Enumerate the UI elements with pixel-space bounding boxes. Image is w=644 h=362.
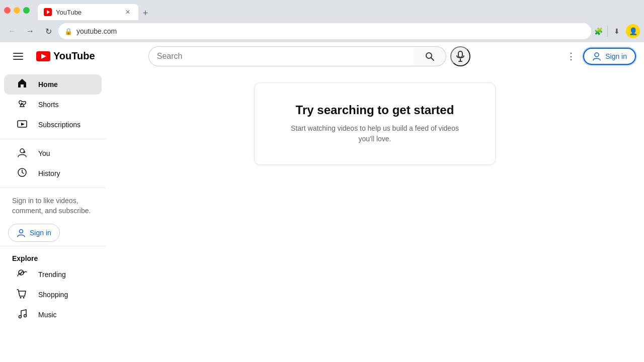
svg-marker-13 [21,123,25,126]
sidebar-shopping-label: Shopping [38,291,68,299]
yt-content: Home Shorts Subscripti [0,70,644,362]
sidebar-item-subscriptions[interactable]: Subscriptions [4,115,102,135]
sidebar-you-label: You [38,149,50,157]
sidebar-item-shorts[interactable]: Shorts [4,95,102,115]
tab-bar: YouTube ✕ + [38,0,640,20]
shopping-icon [16,288,28,302]
home-svg-icon [17,78,28,89]
sidebar-item-you[interactable]: You [4,143,102,163]
header-right: ⋮ Sign in [561,46,636,66]
tab-title-text: YouTube [56,9,82,16]
address-bar[interactable]: 🔒 youtube.com [58,23,591,39]
sidebar-item-trending[interactable]: Trending [4,264,102,285]
header-signin-button[interactable]: Sign in [583,48,636,65]
sidebar-signin-button[interactable]: Sign in [8,224,60,242]
search-icon [425,51,435,61]
svg-point-10 [595,53,599,57]
search-button[interactable] [414,46,446,66]
history-icon [16,167,28,180]
music-svg-icon [17,308,28,319]
search-input[interactable] [148,46,414,66]
close-window-button[interactable] [4,7,11,14]
shorts-svg-icon [17,98,28,109]
browser-titlebar: YouTube ✕ + [0,0,644,20]
yt-header: YouTube ⋮ [0,42,644,70]
svg-rect-2 [13,53,23,54]
trending-icon [16,268,28,282]
download-icon[interactable]: ⬇ [612,26,622,36]
subscriptions-icon [16,118,28,132]
sidebar-item-music[interactable]: Music [4,305,102,325]
sidebar: Home Shorts Subscripti [0,70,106,362]
tab-close-button[interactable]: ✕ [123,8,132,17]
search-container [148,46,470,66]
trending-svg-icon [17,268,28,279]
browser-tab[interactable]: YouTube ✕ [38,4,138,20]
signin-button-label: Sign in [605,52,627,60]
sidebar-signin-label: Sign in [30,229,51,237]
subscriptions-svg-icon [17,118,28,129]
yt-play-triangle [41,54,46,59]
get-started-title: Try searching to get started [285,103,465,117]
microphone-icon [456,51,465,62]
separator [607,26,608,37]
history-svg-icon [17,167,28,178]
voice-search-button[interactable] [450,46,470,66]
sidebar-subscriptions-label: Subscriptions [38,121,80,129]
you-icon [16,147,28,160]
menu-button[interactable] [8,46,28,66]
you-svg-icon [17,147,28,158]
hamburger-icon [13,53,23,60]
sidebar-item-home[interactable]: Home [4,74,102,95]
svg-rect-3 [13,56,23,57]
sidebar-divider-1 [0,139,106,139]
sidebar-history-label: History [38,169,60,177]
sidebar-signin-prompt: Sign in to like videos, comment, and sub… [0,192,106,220]
forward-button[interactable]: → [22,23,38,39]
maximize-window-button[interactable] [23,7,30,14]
home-icon [16,78,28,92]
tab-favicon-icon [44,8,52,16]
get-started-description: Start watching videos to help us build a… [285,123,465,144]
yt-main-content: Try searching to get started Start watch… [106,70,644,362]
sidebar-item-shopping[interactable]: Shopping [4,285,102,305]
yt-logo-svg: YouTube [36,50,95,62]
svg-marker-15 [24,151,26,153]
sidebar-explore-header: Explore [0,250,106,264]
youtube-app: YouTube ⋮ [0,42,644,362]
address-bar-row: ← → ↻ 🔒 youtube.com 🧩 ⬇ 👤 [0,20,644,42]
url-text: youtube.com [76,27,581,35]
yt-play-icon [36,51,50,61]
svg-point-19 [20,297,22,298]
sidebar-divider-2 [0,188,106,188]
minimize-window-button[interactable] [14,7,20,14]
yt-logo-text: YouTube [53,50,95,62]
svg-rect-7 [458,51,462,57]
yt-logo[interactable]: YouTube [36,50,95,62]
music-icon [16,308,28,322]
sidebar-divider-3 [0,246,106,246]
sidebar-trending-label: Trending [38,270,66,279]
extension-icon[interactable]: 🧩 [593,26,603,36]
shopping-svg-icon [17,288,28,299]
svg-point-20 [23,297,25,298]
sidebar-signin-icon [17,228,26,237]
profile-button[interactable]: 👤 [626,24,640,38]
sidebar-item-history[interactable]: History [4,163,102,184]
svg-rect-4 [13,59,23,60]
svg-point-14 [20,149,24,153]
more-options-button[interactable]: ⋮ [561,46,581,66]
sidebar-home-label: Home [38,80,58,88]
security-icon: 🔒 [64,28,72,35]
reload-button[interactable]: ↻ [40,23,56,39]
sidebar-shorts-label: Shorts [38,101,58,109]
svg-line-6 [431,57,434,60]
sidebar-music-label: Music [38,311,57,319]
svg-point-22 [24,314,27,317]
new-tab-button[interactable]: + [138,6,152,20]
back-button[interactable]: ← [4,23,20,39]
svg-point-21 [19,315,22,318]
shorts-icon [16,98,28,112]
window-controls [4,7,30,14]
get-started-card: Try searching to get started Start watch… [254,82,496,165]
